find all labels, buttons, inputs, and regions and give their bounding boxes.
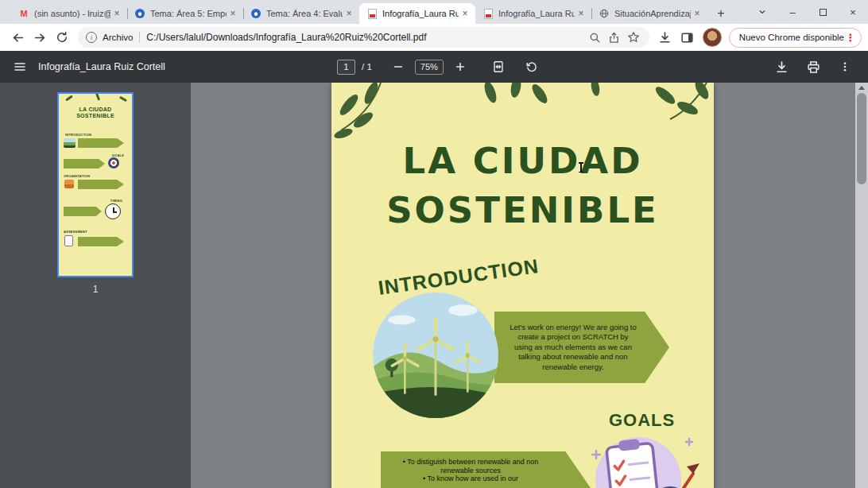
thumbnail-intro-image xyxy=(64,138,76,148)
tab-label: SituaciónAprendizaje... xyxy=(614,9,691,18)
share-icon[interactable] xyxy=(605,28,624,47)
page-count-label: / 1 xyxy=(362,62,372,72)
thumbnail-title: LA CIUDAD SOSTENIBLE xyxy=(59,107,132,119)
gmail-icon: M xyxy=(18,8,29,19)
omnibox-divider xyxy=(139,32,140,43)
goals-heading: GOALS xyxy=(609,410,675,431)
pdf-download-icon[interactable] xyxy=(768,53,795,80)
pdf-page: LA CIUDAD SOSTENIBLE INTRODUCTION xyxy=(331,83,714,488)
minimize-button[interactable]: – xyxy=(777,0,808,24)
globe-icon xyxy=(599,8,610,19)
tab-moodle-area4[interactable]: Tema: Área 4: Evalua... × xyxy=(243,3,359,24)
reload-button[interactable] xyxy=(51,26,73,48)
pdf-action-buttons xyxy=(768,53,858,80)
tab-close-icon[interactable]: × xyxy=(110,7,123,20)
omnibox[interactable]: i Archivo C:/Users/lalul/Downloads/Infog… xyxy=(78,27,649,48)
clipboard-target-illustration xyxy=(584,431,703,488)
zoom-level-input[interactable]: 75% xyxy=(415,60,444,75)
goal-item: To know how are used in our xyxy=(395,474,546,483)
thumbnail-arrow xyxy=(78,180,124,189)
rotate-icon[interactable] xyxy=(518,53,545,80)
introduction-banner: Let's work on energy! We are going to cr… xyxy=(494,312,669,383)
pdf-menu-icon[interactable] xyxy=(6,53,33,80)
tab-label: Infografía_Laura Ruiz xyxy=(382,9,459,18)
zoom-in-icon[interactable] xyxy=(450,53,471,80)
thumbnail-target-image xyxy=(108,157,119,168)
back-button[interactable] xyxy=(6,26,29,48)
goals-banner: To distiguish between renewable and non … xyxy=(381,451,591,488)
pdf-toolbar: Infografía_Laura Ruiz Cortell 1 / 1 75% xyxy=(0,51,868,83)
thumbnail-clock-image xyxy=(105,203,121,219)
window-controls: – × xyxy=(747,0,868,24)
tab-close-icon[interactable]: × xyxy=(691,7,703,20)
thumbnail-section-label: ORGANIZATION xyxy=(64,174,90,178)
tab-infografia-active[interactable]: Infografía_Laura Ruiz × xyxy=(359,3,475,24)
pdf-document-title: Infografía_Laura Ruiz Cortell xyxy=(38,61,165,72)
thumbnail-section-label: TIMING xyxy=(110,199,122,203)
pdf-viewer: LA CIUDAD SOSTENIBLE INTRODUCTION GOALS … xyxy=(0,83,868,488)
tab-close-icon[interactable]: × xyxy=(343,7,355,20)
thumbnail-section-label: ASSESSMENT xyxy=(64,230,87,234)
new-tab-button[interactable]: + xyxy=(711,3,731,24)
thumbnail-arrow xyxy=(78,237,124,246)
close-button[interactable]: × xyxy=(838,0,868,24)
tab-search-chevron-icon[interactable] xyxy=(747,0,777,24)
vertical-scrollbar[interactable] xyxy=(855,83,868,488)
infographic-title-line1: LA CIUDAD xyxy=(331,140,714,182)
fit-page-icon[interactable] xyxy=(485,53,512,80)
goals-list: To distiguish between renewable and non … xyxy=(395,458,546,483)
tab-strip: M (sin asunto) - lruiz@... × Tema: Área … xyxy=(0,0,868,24)
thumbnail-checklist-image xyxy=(64,235,73,246)
scroll-up-arrow[interactable] xyxy=(855,83,868,92)
pdf-icon xyxy=(484,9,493,19)
tab-moodle-area5[interactable]: Tema: Área 5: Empod... × xyxy=(127,3,243,24)
pdf-canvas[interactable]: LA CIUDAD SOSTENIBLE INTRODUCTION xyxy=(191,83,855,488)
bookmark-star-icon[interactable] xyxy=(624,28,643,47)
infographic-title-line2: SOSTENIBLE xyxy=(331,189,714,231)
page-number-input[interactable]: 1 xyxy=(337,60,355,75)
tab-label: Tema: Área 5: Empod... xyxy=(150,9,227,18)
wind-turbines-illustration xyxy=(371,291,500,420)
thumbnail-section-label: INTRODUCTION xyxy=(65,133,91,137)
introduction-text: Let's work on energy! We are going to cr… xyxy=(494,323,669,372)
pdf-icon xyxy=(368,9,377,19)
tab-gmail[interactable]: M (sin asunto) - lruiz@... × xyxy=(11,3,127,24)
address-bar: i Archivo C:/Users/lalul/Downloads/Infog… xyxy=(0,24,868,51)
thumbnail-arrow xyxy=(78,138,124,148)
thumbnail-page-preview: LA CIUDAD SOSTENIBLE INTRODUCTION GOALS … xyxy=(59,94,132,276)
pdf-page-controls: 1 / 1 75% xyxy=(337,51,545,83)
thumbnail-page-number: 1 xyxy=(93,284,99,295)
downloads-icon[interactable] xyxy=(654,26,676,48)
print-icon[interactable] xyxy=(800,53,827,80)
tab-close-icon[interactable]: × xyxy=(459,7,471,20)
thumbnail-panel: LA CIUDAD SOSTENIBLE INTRODUCTION GOALS … xyxy=(0,83,191,488)
file-info-icon[interactable]: i xyxy=(86,32,97,43)
side-panel-icon[interactable] xyxy=(676,26,699,48)
scrollbar-thumb[interactable] xyxy=(857,93,866,184)
profile-avatar[interactable] xyxy=(703,28,722,47)
moodle-icon xyxy=(251,9,261,18)
forward-button[interactable] xyxy=(29,26,51,48)
goal-item: To distiguish between renewable and non … xyxy=(395,458,546,474)
thumbnail-arrow xyxy=(64,207,102,216)
tab-close-icon[interactable]: × xyxy=(575,7,587,20)
maximize-button[interactable] xyxy=(808,0,838,24)
thumbnail-arrow xyxy=(64,159,105,168)
more-options-kebab-icon[interactable] xyxy=(831,53,858,80)
tab-label: Tema: Área 4: Evalua... xyxy=(266,9,343,18)
thumbnail-blocks-image xyxy=(64,180,74,188)
tab-label: (sin asunto) - lruiz@... xyxy=(34,9,110,18)
tab-close-icon[interactable]: × xyxy=(227,7,239,20)
chrome-update-button[interactable]: Nuevo Chrome disponible ⋮ xyxy=(729,28,862,48)
tab-situacion-aprendizaje[interactable]: SituaciónAprendizaje... × xyxy=(591,3,707,24)
zoom-out-icon[interactable] xyxy=(388,53,409,80)
update-kebab-icon[interactable]: ⋮ xyxy=(844,32,857,44)
tab-label: Infografía_Laura Ruiz xyxy=(498,9,575,18)
browser-window: M (sin asunto) - lruiz@... × Tema: Área … xyxy=(0,0,868,488)
url-scheme-label: Archivo xyxy=(103,33,133,42)
page-thumbnail[interactable]: LA CIUDAD SOSTENIBLE INTRODUCTION GOALS … xyxy=(57,92,134,277)
zoom-magnifier-icon[interactable] xyxy=(586,28,605,47)
url-text[interactable]: C:/Users/lalul/Downloads/Infografía_Laur… xyxy=(146,32,585,43)
text-cursor xyxy=(580,162,582,172)
tab-infografia-2[interactable]: Infografía_Laura Ruiz × xyxy=(475,3,591,24)
